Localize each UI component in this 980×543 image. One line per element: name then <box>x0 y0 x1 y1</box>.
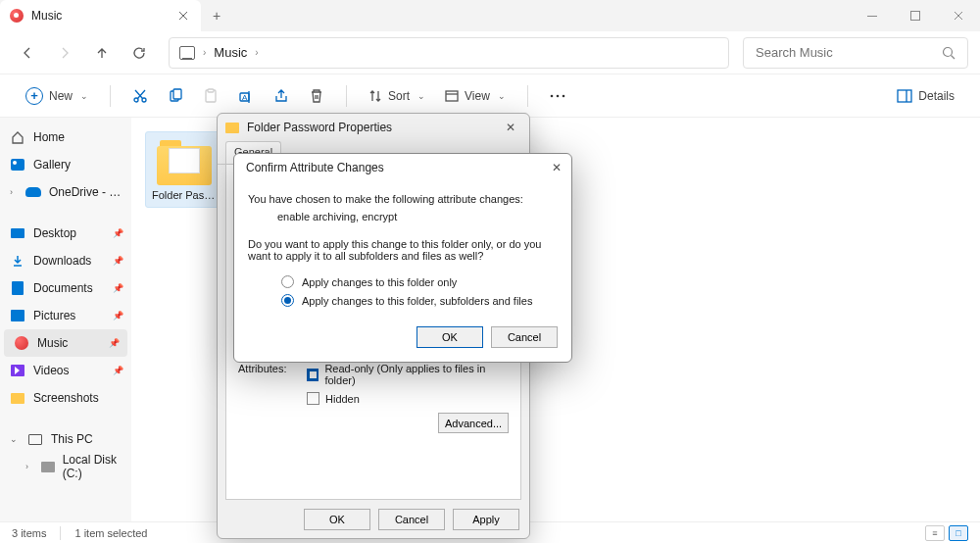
pictures-icon <box>10 308 25 323</box>
props-cancel-button[interactable]: Cancel <box>378 509 445 530</box>
svg-point-12 <box>551 94 554 97</box>
props-apply-button[interactable]: Apply <box>453 509 519 530</box>
sidebar-label: This PC <box>51 432 93 446</box>
music-icon <box>10 9 24 23</box>
advanced-button[interactable]: Advanced... <box>438 413 509 433</box>
view-label: View <box>465 89 490 103</box>
new-button[interactable]: + New ⌄ <box>18 80 96 112</box>
svg-rect-15 <box>898 90 911 102</box>
svg-point-4 <box>142 98 146 102</box>
sidebar-label: Desktop <box>33 226 76 240</box>
sidebar-item-onedrive[interactable]: › OneDrive - Perso <box>0 178 131 206</box>
forward-button[interactable] <box>49 37 80 69</box>
delete-button[interactable] <box>301 80 332 112</box>
up-button[interactable] <box>86 37 118 69</box>
chevron-right-icon: › <box>255 47 258 58</box>
radio-subfolders[interactable]: Apply changes to this folder, subfolders… <box>281 294 558 307</box>
svg-point-14 <box>563 94 565 97</box>
maximize-button[interactable] <box>894 0 937 31</box>
videos-icon <box>10 363 25 378</box>
folder-icon <box>225 123 239 133</box>
titlebar: Music + <box>0 0 980 31</box>
music-icon <box>14 335 29 351</box>
svg-rect-11 <box>446 91 458 101</box>
sidebar-label: Screenshots <box>33 391 99 405</box>
sidebar-item-home[interactable]: Home <box>0 123 131 151</box>
window-controls <box>851 0 980 31</box>
sidebar-item-desktop[interactable]: Desktop 📌 <box>0 220 131 247</box>
confirm-line3: Do you want to apply this change to this… <box>248 238 558 262</box>
view-grid-button[interactable]: □ <box>949 525 968 541</box>
breadcrumb-music[interactable]: Music <box>214 45 247 60</box>
cut-button[interactable] <box>124 80 156 112</box>
sidebar-label: Local Disk (C:) <box>63 453 122 480</box>
chevron-down-icon: ⌄ <box>417 91 425 101</box>
sidebar-label: Home <box>33 130 65 144</box>
chevron-right-icon[interactable]: › <box>10 187 18 197</box>
sidebar-item-downloads[interactable]: Downloads 📌 <box>0 247 131 274</box>
confirm-body: You have chosen to make the following at… <box>234 181 571 362</box>
sidebar-label: Music <box>37 336 68 350</box>
chevron-right-icon[interactable]: › <box>25 462 33 471</box>
sidebar-item-thispc[interactable]: ⌄ This PC <box>0 425 131 453</box>
new-tab-button[interactable]: + <box>201 0 232 31</box>
sidebar-item-videos[interactable]: Videos 📌 <box>0 357 131 384</box>
monitor-icon <box>179 46 195 60</box>
breadcrumb[interactable]: › Music › <box>169 37 729 69</box>
refresh-button[interactable] <box>123 37 155 69</box>
sidebar-item-gallery[interactable]: Gallery <box>0 151 131 178</box>
close-tab-button[interactable] <box>175 8 191 24</box>
back-button[interactable] <box>12 37 43 69</box>
home-icon <box>10 129 25 145</box>
tab-music[interactable]: Music <box>0 0 201 31</box>
pin-icon: 📌 <box>113 256 123 266</box>
radio-button[interactable] <box>281 275 294 288</box>
props-ok-button[interactable]: OK <box>304 509 370 530</box>
hidden-checkbox[interactable] <box>307 392 319 405</box>
folder-item-folder-password[interactable]: Folder Passw... <box>145 131 223 208</box>
svg-rect-6 <box>173 89 181 99</box>
pc-icon <box>27 431 43 447</box>
sort-button[interactable]: Sort ⌄ <box>361 80 433 112</box>
readonly-checkbox[interactable] <box>307 369 318 381</box>
confirm-cancel-button[interactable]: Cancel <box>491 326 558 348</box>
sidebar-item-pictures[interactable]: Pictures 📌 <box>0 302 131 329</box>
view-button[interactable]: View ⌄ <box>437 80 514 112</box>
hidden-label: Hidden <box>325 393 360 405</box>
dialog-titlebar[interactable]: Folder Password Properties ✕ <box>218 114 529 141</box>
sidebar-item-documents[interactable]: Documents 📌 <box>0 274 131 302</box>
share-button[interactable] <box>266 80 297 112</box>
search-box[interactable] <box>743 37 968 69</box>
confirm-ok-button[interactable]: OK <box>416 326 483 348</box>
more-button[interactable] <box>542 80 573 112</box>
paste-button[interactable] <box>195 80 226 112</box>
radio-folder-only[interactable]: Apply changes to this folder only <box>281 275 558 288</box>
sidebar-item-music[interactable]: Music 📌 <box>4 329 127 357</box>
chevron-down-icon: ⌄ <box>80 91 88 101</box>
radio-label: Apply changes to this folder, subfolders… <box>302 295 532 307</box>
details-pane-button[interactable]: Details <box>889 80 962 112</box>
close-button[interactable]: ✕ <box>546 157 567 178</box>
sidebar-item-localdisk[interactable]: › Local Disk (C:) <box>0 453 131 480</box>
pin-icon: 📌 <box>109 338 120 348</box>
close-button[interactable]: ✕ <box>500 117 521 138</box>
copy-button[interactable] <box>160 80 191 112</box>
confirm-dialog: Confirm Attribute Changes ✕ You have cho… <box>233 153 572 363</box>
view-list-button[interactable]: ≡ <box>925 525 945 541</box>
sort-label: Sort <box>388 89 410 103</box>
radio-button[interactable] <box>281 294 294 307</box>
folder-icon <box>157 138 212 185</box>
window-close-button[interactable] <box>937 0 980 31</box>
folder-label: Folder Passw... <box>152 189 217 201</box>
minimize-button[interactable] <box>851 0 894 31</box>
search-input[interactable] <box>756 45 934 60</box>
confirm-titlebar[interactable]: Confirm Attribute Changes ✕ <box>234 154 571 181</box>
toolbar: + New ⌄ A Sort ⌄ View ⌄ Details <box>0 74 980 118</box>
sidebar-item-screenshots[interactable]: Screenshots <box>0 384 131 412</box>
onedrive-icon <box>25 184 41 200</box>
radio-label: Apply changes to this folder only <box>302 276 457 288</box>
sidebar-label: OneDrive - Perso <box>49 185 122 199</box>
chevron-down-icon[interactable]: ⌄ <box>10 434 20 444</box>
rename-button[interactable]: A <box>230 80 262 112</box>
sidebar-label: Videos <box>33 364 69 377</box>
